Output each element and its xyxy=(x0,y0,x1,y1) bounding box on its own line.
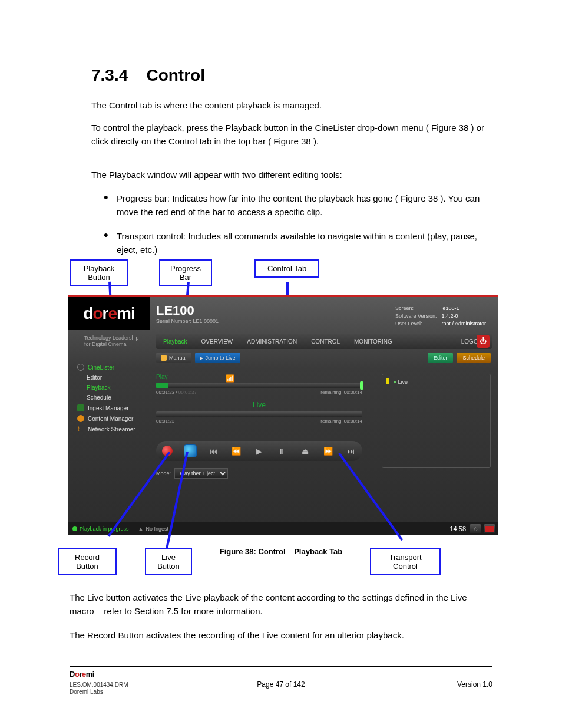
nav-content[interactable]: Content Manager xyxy=(74,413,139,424)
nav-editor[interactable]: Editor xyxy=(74,373,139,383)
disc-icon xyxy=(77,364,84,371)
brand-logo: doremi xyxy=(68,297,150,330)
tray-button-1[interactable]: ◇ xyxy=(470,524,481,533)
mode-chips: Editor Schedule xyxy=(428,353,491,363)
tab-overview[interactable]: OVERVIEW xyxy=(194,338,240,345)
tab-monitoring[interactable]: MONITORING xyxy=(347,338,399,345)
post-paragraph-2: The Record Button activates the recordin… xyxy=(70,628,492,642)
bullet-dot: • xyxy=(104,190,108,205)
progress-bar-play[interactable]: 📶 xyxy=(156,383,362,388)
manual-toggle[interactable]: Manual xyxy=(156,353,191,363)
flag-icon xyxy=(485,526,494,532)
ffwd-button[interactable]: ⏩ xyxy=(320,443,336,459)
figure-ref: Figure 38 xyxy=(401,193,438,203)
footer-logo: Doremi xyxy=(70,670,94,678)
playback-panel: Play 📶 00:01:23 / 00:01:37 remaining: 00… xyxy=(156,374,362,424)
pause-icon: ⏸ xyxy=(278,447,286,456)
figure-caption: Figure 38: Control – Playback Tab xyxy=(0,547,562,556)
clock: 14:58 xyxy=(449,525,470,532)
nav-cinelister[interactable]: CineLister xyxy=(74,362,139,373)
rewind-icon: ⏪ xyxy=(232,447,241,456)
mode-label: Mode: xyxy=(156,470,171,476)
model-name: LE100 xyxy=(156,303,219,318)
figure-ref: Figure 38 xyxy=(431,123,468,133)
section-title: Control xyxy=(146,66,205,84)
live-times: 00:01:23 remaining: 00:00:14 xyxy=(156,419,362,424)
skip-fwd-icon: ⏭ xyxy=(347,447,355,456)
nav-schedule[interactable]: Schedule xyxy=(74,393,139,403)
play-arrow-icon xyxy=(200,355,203,361)
live-list-panel: ● Live xyxy=(382,374,491,468)
section-heading: 7.3.4 Control xyxy=(91,66,205,85)
ingest-icon xyxy=(77,404,84,411)
status-dot-icon xyxy=(72,526,77,531)
callout-playback: Playback Button xyxy=(70,259,128,286)
progress-thumb[interactable] xyxy=(360,381,363,390)
footer-rule xyxy=(70,666,492,667)
tools-intro: The Playback window will appear with two… xyxy=(91,169,492,182)
eject-button[interactable]: ⏏ xyxy=(297,443,313,459)
skip-back-button[interactable]: ⏮ xyxy=(206,443,221,459)
rewind-button[interactable]: ⏪ xyxy=(229,443,244,459)
tab-playback[interactable]: Playback xyxy=(156,338,194,345)
pause-button[interactable]: ⏸ xyxy=(275,443,290,459)
nav-network[interactable]: ⁠⌇ Network Streamer xyxy=(74,424,139,434)
app-screenshot: doremi LE100 Serial Number: LE1 00001 Sc… xyxy=(68,295,498,535)
status-bar: Playback in progress ▲ No Ingest 14:58 ◇ xyxy=(68,522,498,535)
mode-row: Mode: Play then Eject xyxy=(156,468,228,479)
tagline: Technology Leadership for Digital Cinema xyxy=(84,335,139,348)
status-ingest: ▲ No Ingest xyxy=(134,526,173,532)
bullet-1: Progress bar: Indicates how far into the… xyxy=(117,192,492,219)
progress-fill xyxy=(156,383,168,388)
skip-fwd-button[interactable]: ⏭ xyxy=(343,443,358,459)
tab-administration[interactable]: ADMINISTRATION xyxy=(240,338,304,345)
rss-icon: ⁠⌇ xyxy=(77,426,84,433)
play-label: Play xyxy=(156,374,362,380)
bullet-icon: ● xyxy=(394,379,396,385)
skip-back-icon: ⏮ xyxy=(210,447,217,456)
footer-version: Version 1.0 xyxy=(457,680,492,689)
system-info: Screen:le100-1 Software Version:1.4.2-0 … xyxy=(394,304,491,328)
play-button[interactable]: ▶ xyxy=(252,443,267,459)
person-icon: ◇ xyxy=(474,526,478,532)
status-badge xyxy=(386,378,389,384)
schedule-chip[interactable]: Schedule xyxy=(457,353,491,363)
howto-paragraph: To control the playback, press the Playb… xyxy=(91,121,492,148)
eject-icon: ⏏ xyxy=(302,447,309,456)
nav-ingest[interactable]: Ingest Manager xyxy=(74,403,139,413)
power-button[interactable]: ⏻ xyxy=(477,335,490,348)
callout-control: Control Tab xyxy=(254,259,319,278)
nav-playback[interactable]: Playback xyxy=(74,383,139,393)
play-icon: ▶ xyxy=(256,447,262,456)
bullet-2: Transport control: Includes all commands… xyxy=(117,230,492,256)
post-paragraph-1: The Live button activates the Live playb… xyxy=(70,591,492,618)
callout-progress: Progress Bar xyxy=(159,259,212,286)
power-icon: ⏻ xyxy=(480,337,487,345)
intro-paragraph: The Control tab is where the content pla… xyxy=(91,99,492,113)
warning-icon: ▲ xyxy=(138,526,144,532)
signal-icon: 📶 xyxy=(226,374,234,383)
jump-to-live-button[interactable]: Jump to Live xyxy=(195,353,240,363)
status-playback: Playback in progress xyxy=(68,526,134,532)
gear-icon xyxy=(77,415,84,422)
tray-button-2[interactable] xyxy=(484,524,495,533)
section-ref: 7.5 xyxy=(166,606,178,616)
bullet-dot: • xyxy=(104,228,108,243)
model-block: LE100 Serial Number: LE1 00001 xyxy=(156,303,219,324)
live-list-item[interactable]: ● Live xyxy=(386,378,487,385)
section-number: 7.3.4 xyxy=(91,66,128,84)
lock-icon xyxy=(161,355,167,361)
play-times: 00:01:23 / 00:01:37 remaining: 00:00:14 xyxy=(156,390,362,395)
live-label: Live xyxy=(156,401,362,409)
main-tabbar: Playback OVERVIEW ADMINISTRATION CONTROL… xyxy=(156,334,492,349)
figure-ref: Figure 38 xyxy=(273,136,310,146)
editor-chip[interactable]: Editor xyxy=(428,353,454,363)
doremi-wordmark: doremi xyxy=(83,304,134,323)
ffwd-icon: ⏩ xyxy=(323,447,333,456)
subtoolbar: Manual Jump to Live xyxy=(156,353,240,363)
progress-bar-live[interactable] xyxy=(156,411,362,417)
serial-line: Serial Number: LE1 00001 xyxy=(156,318,219,324)
tab-control[interactable]: CONTROL xyxy=(304,338,347,345)
side-nav: CineLister Editor Playback Schedule Inge… xyxy=(74,362,139,434)
